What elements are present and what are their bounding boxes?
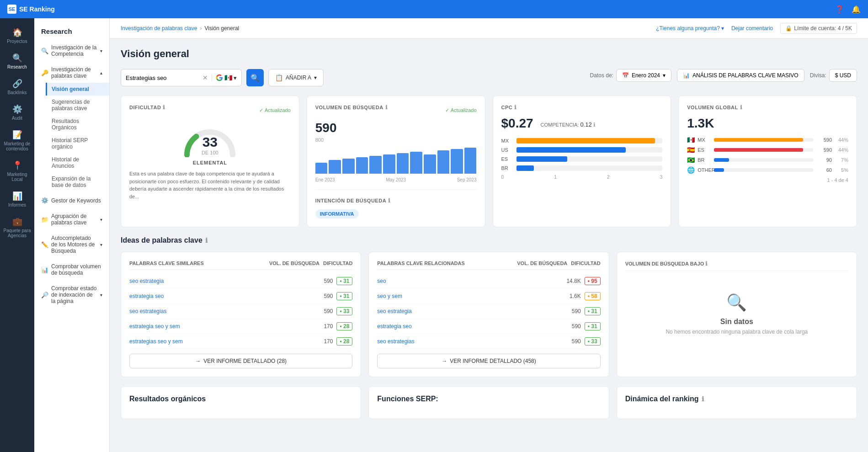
diff-col-header-similar: DIFICULTAD [323,261,352,266]
indexacion-icon: 🔎 [41,292,48,298]
add-to-button[interactable]: 📋 AÑADIR A ▾ [268,69,324,86]
bar-1 [315,163,328,174]
search-engine-selector[interactable]: 🇲🇽 ▾ [212,74,237,81]
similar-link-5[interactable]: estrategias seo y sem [129,338,320,345]
low-vol-col-headers: VOLUMEN DE BÚSQUEDA BAJO ℹ [625,261,848,267]
ideas-grid: PALABRAS CLAVE SIMILARES VOL. DE BÚSQUED… [121,252,857,377]
check-icon: ✓ [259,107,263,113]
related-link-4[interactable]: estrategia seo [377,323,568,330]
sidebar-item-paquete[interactable]: 💼 Paquete para Agencias [0,212,34,243]
ver-similar-btn[interactable]: → VER INFORME DETALLADO (28) [129,354,352,368]
search-button[interactable]: 🔍 [246,69,264,86]
group-autocompletado[interactable]: ✏️ Autocompletado de los Motores de Búsq… [34,231,109,258]
related-link-3[interactable]: seo estrategia [377,308,568,314]
similar-link-2[interactable]: estrategia seo [129,293,320,299]
similar-diff-3: • 33 [336,307,352,315]
global-bar-br [714,158,813,162]
country-other: OTHER [698,167,711,173]
date-control-group: Datos de: 📅 Enero 2024 ▾ [590,69,671,82]
google-icon [216,74,223,81]
related-diff-4: • 31 [585,322,601,330]
related-link-2[interactable]: seo y sem [377,293,566,299]
search-input[interactable] [126,74,199,81]
clear-icon[interactable]: ✕ [202,74,208,81]
group-palabras-clave[interactable]: 🔑 Investigación de palabras clave ▴ [34,63,109,83]
ver-related-btn[interactable]: → VER INFORME DETALLADO (458) [377,354,600,368]
global-pct-es: 44% [835,147,848,153]
home-icon: 🏠 [12,27,22,37]
topbar-right: ❓ 🔔 [835,5,861,14]
help-icon[interactable]: ❓ [835,5,844,14]
arrow-related-icon: → [442,358,447,364]
group-gestor[interactable]: ⚙️ Gestor de Keywords [34,193,109,207]
app-name: SE Ranking [19,5,55,13]
volume-info-icon[interactable]: ℹ [385,104,388,111]
cpc-country-es: ES [501,156,513,162]
similar-vol-1: 590 [324,278,333,284]
group-competencia[interactable]: 🔍 Investigación de la Competencia [34,41,109,61]
sidebar-label-backlinks: Backlinks [7,90,27,95]
breadcrumb-parent[interactable]: Investigación de palabras clave [121,25,197,32]
sidebar-item-marketing-local[interactable]: 📍 Marketing Local [0,156,34,186]
related-link-5[interactable]: seo estrategias [377,338,568,345]
sidebar-label-paquete: Paquete para Agencias [2,228,32,238]
global-row-br: 🇧🇷 BR 90 7% [687,156,848,164]
difficulty-updated: ✓ Actualizado [259,107,291,113]
sidebar-label-research: Research [7,64,27,69]
low-vol-info-icon[interactable]: ℹ [705,261,708,267]
analysis-button[interactable]: 📊 ANÁLISIS DE PALABRAS CLAVE MASIVO [677,69,804,82]
cpc-info-icon[interactable]: ℹ [514,104,517,111]
help-question-btn[interactable]: ¿Tienes alguna pregunta? ▾ [656,25,724,32]
sidebar-label-informes: Informes [8,202,26,207]
difficulty-info-icon[interactable]: ℹ [163,104,165,111]
vol-col-header-related: VOL. DE BÚSQUEDA [517,261,567,266]
sidebar-item-backlinks[interactable]: 🔗 Backlinks [0,74,34,100]
volumen-icon: 📊 [41,266,48,273]
nav-historial-anuncios[interactable]: Historial de Anuncios [46,153,109,172]
chart-label-1: Ene 2023 [315,177,335,182]
page-title: Visión general [121,48,857,60]
flag-mx: 🇲🇽 [224,74,232,81]
global-info-icon[interactable]: ℹ [740,104,743,111]
group-agrupacion[interactable]: 📁 Agrupación de palabras clave [34,209,109,229]
group-indexacion[interactable]: 🔎 Comprobar estado de indexación de la p… [34,282,109,308]
nav-expansion[interactable]: Expansión de la base de datos [46,172,109,191]
sidebar-item-proyectos[interactable]: 🏠 Proyectos [0,23,34,48]
difficulty-gauge: 33 DE 100 ELEMENTAL [129,121,291,165]
sidebar-item-audit[interactable]: ⚙️ Audit [0,100,34,125]
sidebar-item-informes[interactable]: 📊 Informes [0,186,34,212]
similar-row-5: estrategias seo y sem 170 • 28 [129,334,352,349]
bell-icon[interactable]: 🔔 [852,5,861,14]
similar-link-4[interactable]: estrategia seo y sem [129,323,320,330]
ideas-info-icon[interactable]: ℹ [205,237,208,244]
nav-vision-general[interactable]: Visión general [46,83,109,96]
group-comprobar-volumen[interactable]: 📊 Comprobar volumen de búsqueda [34,260,109,280]
cpc-bar-mx [517,138,663,144]
comment-btn[interactable]: Dejar comentario [731,25,773,32]
competencia-info-icon[interactable]: ℹ [593,122,596,128]
similar-link-3[interactable]: seo estrategias [129,308,320,314]
bar-4 [356,157,368,174]
date-selector[interactable]: 📅 Enero 2024 ▾ [616,69,671,82]
intencion-title: INTENCIÓN DE BÚSQUEDA ℹ [315,197,477,204]
similar-col-headers: PALABRAS CLAVE SIMILARES VOL. DE BÚSQUED… [129,261,352,266]
cpc-row-mx: MX [501,138,663,144]
comprobar-volumen-label: Comprobar volumen de búsqueda [51,263,102,276]
search-empty-icon: 🔍 [726,293,747,312]
nav-organicos[interactable]: Resultados Orgánicos [46,115,109,134]
cpc-fill-br [517,165,534,171]
dinamica-info-icon[interactable]: ℹ [702,395,704,403]
similar-diff-5: • 28 [336,337,352,346]
intencion-info-icon[interactable]: ℹ [388,197,391,204]
sidebar-item-marketing[interactable]: 📝 Marketing de contenidos [0,125,34,156]
currency-selector[interactable]: $ USD [829,69,857,82]
related-link-1[interactable]: seo [377,278,563,284]
nav-sugerencias[interactable]: Sugerencias de palabras clave [46,96,109,115]
difficulty-description: Esta es una palabra clave de baja compet… [129,170,291,200]
flag-es-global: 🇪🇸 [687,146,695,154]
similar-link-1[interactable]: seo estrategia [129,278,320,284]
sidebar-item-research[interactable]: 🔍 Research [0,48,34,74]
cpc-country-us: US [501,147,513,153]
nav-historial-serp[interactable]: Historial SERP orgánico [46,134,109,153]
agrupacion-icon: 📁 [41,216,48,223]
